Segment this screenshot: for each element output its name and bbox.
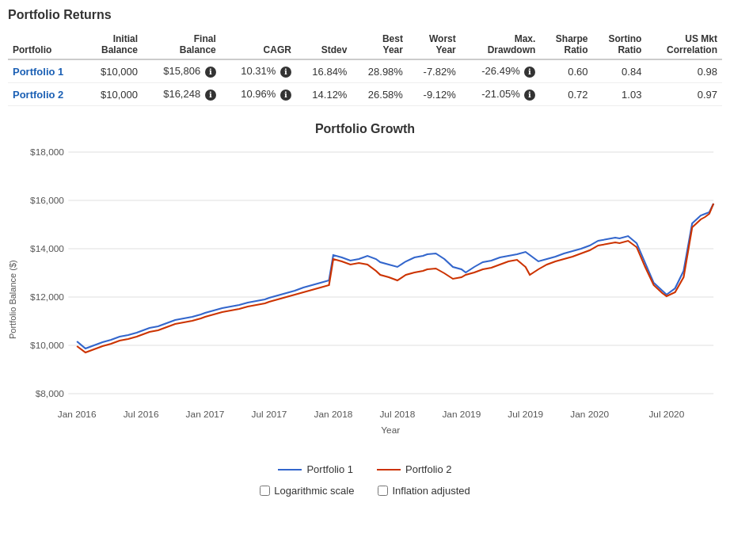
portfolio-1-cagr: 10.31% ℹ [221, 59, 296, 83]
portfolio-2-best: 26.58% [352, 83, 407, 106]
inflation-checkbox[interactable] [378, 486, 388, 496]
col-header-cagr: CAGR [221, 30, 296, 59]
table-row: Portfolio 1 $10,000 $15,806 ℹ 10.31% ℹ 1… [8, 59, 722, 83]
portfolio-1-final: $15,806 ℹ [143, 59, 221, 83]
svg-text:Jul 2017: Jul 2017 [252, 410, 287, 419]
portfolio-2-cagr: 10.96% ℹ [221, 83, 296, 106]
portfolio-1-name: Portfolio 1 [8, 59, 84, 83]
svg-text:Jan 2016: Jan 2016 [58, 410, 97, 419]
svg-text:Jul 2016: Jul 2016 [124, 410, 159, 419]
svg-text:Jan 2017: Jan 2017 [186, 410, 225, 419]
svg-text:Jul 2020: Jul 2020 [648, 410, 684, 419]
chart-title: Portfolio Growth [8, 122, 722, 136]
portfolio-2-line [77, 204, 713, 352]
chart-area: $18,000 $16,000 $14,000 $12,000 $10,000 … [21, 144, 722, 455]
portfolio-1-drawdown-info[interactable]: ℹ [524, 67, 535, 78]
col-header-stdev: Stdev [296, 30, 352, 59]
portfolio-2-initial: $10,000 [84, 83, 143, 106]
chart-legend: Portfolio 1 Portfolio 2 [8, 463, 722, 475]
inflation-label: Inflation adjusted [392, 485, 470, 497]
svg-text:$16,000: $16,000 [30, 196, 64, 205]
svg-text:$12,000: $12,000 [30, 292, 64, 302]
svg-text:$18,000: $18,000 [30, 147, 64, 157]
portfolio-2-stdev: 14.12% [296, 83, 352, 106]
col-header-sortino: SortinoRatio [593, 30, 647, 59]
portfolio-2-final: $16,248 ℹ [143, 83, 221, 106]
legend-item-1: Portfolio 1 [278, 463, 353, 475]
col-header-final: FinalBalance [143, 30, 221, 59]
portfolio-1-stdev: 16.84% [296, 59, 352, 83]
portfolio-1-best: 28.98% [352, 59, 407, 83]
portfolio-1-initial: $10,000 [84, 59, 143, 83]
svg-text:$10,000: $10,000 [30, 341, 64, 350]
portfolio-table: Portfolio InitialBalance FinalBalance CA… [8, 30, 722, 106]
svg-text:$14,000: $14,000 [30, 244, 64, 253]
portfolio-1-sortino: 0.84 [593, 59, 647, 83]
table-row: Portfolio 2 $10,000 $16,248 ℹ 10.96% ℹ 1… [8, 83, 722, 106]
col-header-portfolio: Portfolio [8, 30, 84, 59]
portfolio-1-cagr-info[interactable]: ℹ [280, 67, 291, 78]
portfolio-2-sortino: 1.03 [593, 83, 647, 106]
logarithmic-checkbox[interactable] [260, 486, 270, 496]
legend-item-2: Portfolio 2 [377, 463, 452, 475]
col-header-drawdown: Max.Drawdown [461, 30, 541, 59]
svg-text:Jan 2019: Jan 2019 [442, 410, 481, 419]
logarithmic-label: Logarithmic scale [274, 485, 354, 497]
portfolio-2-final-info[interactable]: ℹ [205, 90, 216, 101]
portfolio-2-cagr-info[interactable]: ℹ [280, 90, 291, 101]
svg-text:Jan 2020: Jan 2020 [570, 410, 609, 419]
portfolio-2-drawdown-info[interactable]: ℹ [524, 90, 535, 101]
svg-text:Year: Year [381, 425, 400, 435]
legend-line-2 [377, 469, 401, 470]
legend-line-1 [278, 469, 302, 470]
col-header-sharpe: SharpeRatio [540, 30, 592, 59]
col-header-initial: InitialBalance [84, 30, 143, 59]
chart-options: Logarithmic scale Inflation adjusted [8, 485, 722, 497]
logarithmic-option[interactable]: Logarithmic scale [260, 485, 354, 497]
portfolio-1-line [77, 204, 713, 349]
legend-label-1: Portfolio 1 [306, 463, 353, 475]
portfolio-2-usmkt: 0.97 [646, 83, 722, 106]
portfolio-1-usmkt: 0.98 [646, 59, 722, 83]
portfolio-1-worst: -7.82% [408, 59, 461, 83]
portfolio-2-worst: -9.12% [408, 83, 461, 106]
portfolio-chart: $18,000 $16,000 $14,000 $12,000 $10,000 … [21, 144, 722, 453]
inflation-option[interactable]: Inflation adjusted [378, 485, 470, 497]
svg-text:Jul 2018: Jul 2018 [379, 410, 415, 419]
portfolio-2-sharpe: 0.72 [540, 83, 592, 106]
col-header-best: BestYear [352, 30, 407, 59]
col-header-worst: WorstYear [408, 30, 461, 59]
chart-container: Portfolio Growth Portfolio Balance ($) $… [8, 122, 722, 455]
y-axis-label: Portfolio Balance ($) [8, 144, 17, 455]
legend-label-2: Portfolio 2 [405, 463, 452, 475]
page-title: Portfolio Returns [8, 8, 722, 22]
portfolio-1-drawdown: -26.49% ℹ [461, 59, 541, 83]
svg-text:$8,000: $8,000 [36, 389, 64, 398]
portfolio-1-final-info[interactable]: ℹ [205, 67, 216, 78]
col-header-usmkt: US MktCorrelation [646, 30, 722, 59]
svg-text:Jul 2019: Jul 2019 [508, 410, 543, 419]
portfolio-1-sharpe: 0.60 [540, 59, 592, 83]
portfolio-2-drawdown: -21.05% ℹ [461, 83, 541, 106]
portfolio-2-name: Portfolio 2 [8, 83, 84, 106]
svg-text:Jan 2018: Jan 2018 [314, 410, 353, 419]
chart-wrap: Portfolio Balance ($) $18,000 $16,000 $1… [8, 144, 722, 455]
